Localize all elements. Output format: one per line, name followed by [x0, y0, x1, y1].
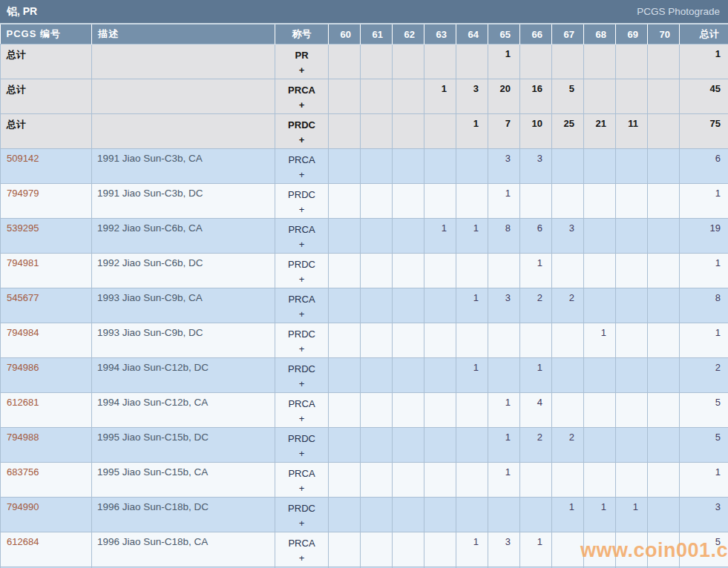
grade-count-cell: 1 [456, 288, 488, 323]
grade-count-cell [584, 358, 616, 393]
designation-label: PRCA [275, 466, 328, 481]
pcgs-number-link[interactable]: 612681 [7, 397, 39, 408]
grade-count-cell [393, 463, 424, 498]
column-header: 69 [616, 24, 648, 44]
grade-count-cell [393, 288, 424, 323]
pcgs-number-link[interactable]: 794979 [7, 188, 39, 199]
grade-count-cell [329, 428, 361, 463]
grade-count-cell [648, 358, 680, 393]
photograde-link[interactable]: PCGS Photograde [637, 6, 720, 17]
description-cell: 1994 Jiao Sun-C12b, CA [92, 393, 275, 428]
designation-cell: PRCA+ [275, 288, 329, 323]
designation-cell: PRDC+ [275, 184, 329, 219]
description-cell: 1991 Jiao Sun-C3b, DC [92, 184, 275, 219]
title-bar: 铝, PR PCGS Photograde [0, 0, 728, 24]
grade-count-cell [361, 323, 393, 358]
pcgs-number-link[interactable]: 794990 [7, 501, 39, 512]
grade-count-cell [552, 254, 584, 288]
grade-count-cell: 3 [488, 149, 520, 184]
pcgs-number-link[interactable]: 612684 [7, 536, 39, 547]
table-row: 7949791991 Jiao Sun-C3b, DCPRDC+11 [1, 184, 728, 219]
description-cell: 1996 Jiao Sun-C18b, DC [92, 498, 275, 532]
pcgs-number-link[interactable]: 794981 [7, 257, 39, 268]
grade-count-cell [329, 532, 361, 567]
grade-count-cell: 16 [520, 79, 552, 114]
table-row: 7949841993 Jiao Sun-C9b, DCPRDC+11 [1, 323, 728, 358]
grade-count-cell [329, 463, 361, 498]
grade-count-cell: 20 [488, 79, 520, 114]
pcgs-number-link[interactable]: 794984 [7, 327, 39, 338]
grade-count-cell [393, 428, 424, 463]
grade-count-cell [584, 254, 616, 288]
grade-count-cell: 3 [456, 79, 488, 114]
grade-count-cell [584, 532, 616, 567]
grade-count-cell [520, 463, 552, 498]
grade-count-cell: 3 [488, 532, 520, 567]
total-cell: 5 [680, 532, 728, 567]
grade-count-cell: 2 [520, 288, 552, 323]
grade-count-cell [424, 288, 456, 323]
column-header: 70 [648, 24, 680, 44]
grade-count-cell: 11 [616, 114, 648, 149]
grade-count-cell [616, 288, 648, 323]
plus-sign: + [275, 342, 328, 357]
grade-count-cell: 3 [552, 219, 584, 254]
table-row: 5392951992 Jiao Sun-C6b, CAPRCA+1186319 [1, 219, 728, 254]
grade-count-cell [552, 393, 584, 428]
total-cell: 1 [680, 254, 728, 288]
total-cell: 5 [680, 428, 728, 463]
table-row: 7949811992 Jiao Sun-C6b, DCPRDC+11 [1, 254, 728, 288]
total-cell: 45 [680, 79, 728, 114]
grade-count-cell [361, 358, 393, 393]
pcgs-number-link[interactable]: 545677 [7, 292, 39, 303]
plus-sign: + [275, 168, 328, 182]
pcgs-number-link[interactable]: 509142 [7, 153, 39, 164]
population-table: PCGS 编号描述称号6061626364656667686970总计 总计PR… [0, 24, 728, 568]
grade-count-cell [584, 79, 616, 114]
grade-count-cell [584, 184, 616, 219]
plus-sign: + [275, 133, 328, 148]
grade-count-cell [361, 532, 393, 567]
grade-count-cell [456, 184, 488, 219]
description-cell: 1993 Jiao Sun-C9b, DC [92, 323, 275, 358]
grade-count-cell [616, 254, 648, 288]
grade-count-cell: 3 [520, 149, 552, 184]
grade-count-cell [552, 323, 584, 358]
grade-count-cell [648, 254, 680, 288]
grade-count-cell: 2 [552, 288, 584, 323]
table-row: 7949901996 Jiao Sun-C18b, DCPRDC+1113 [1, 498, 728, 532]
grade-count-cell [584, 428, 616, 463]
grade-count-cell [361, 79, 393, 114]
grade-count-cell: 1 [616, 498, 648, 532]
grade-count-cell [456, 254, 488, 288]
grade-count-cell: 1 [488, 184, 520, 219]
column-header: 称号 [275, 24, 329, 44]
total-cell: 1 [680, 184, 728, 219]
description-cell [92, 114, 275, 149]
grade-count-cell [456, 393, 488, 428]
pcgs-number-link[interactable]: 794986 [7, 362, 39, 373]
grade-count-cell [329, 323, 361, 358]
grade-count-cell [361, 463, 393, 498]
designation-cell: PRDC+ [275, 254, 329, 288]
grade-count-cell [616, 393, 648, 428]
designation-label: PRDC [275, 327, 328, 342]
total-cell: 6 [680, 149, 728, 184]
grade-count-cell [648, 288, 680, 323]
designation-cell: PRCA+ [275, 79, 329, 114]
pcgs-number-link[interactable]: 539295 [7, 222, 39, 234]
designation-cell: PRDC+ [275, 498, 329, 532]
plus-sign: + [275, 98, 328, 113]
pcgs-number-link[interactable]: 683756 [7, 466, 39, 478]
table-body: 总计PR+11总计PRCA+132016545总计PRDC+1710252111… [1, 44, 728, 568]
plus-sign: + [275, 412, 328, 426]
total-cell: 2 [680, 358, 728, 393]
grade-count-cell [616, 184, 648, 219]
grade-count-cell: 8 [488, 219, 520, 254]
pcgs-number-link[interactable]: 794988 [7, 432, 39, 443]
designation-label: PR [275, 48, 328, 63]
grade-count-cell: 1 [424, 219, 456, 254]
plus-sign: + [275, 272, 328, 287]
grade-count-cell: 1 [488, 393, 520, 428]
grade-count-cell [488, 498, 520, 532]
